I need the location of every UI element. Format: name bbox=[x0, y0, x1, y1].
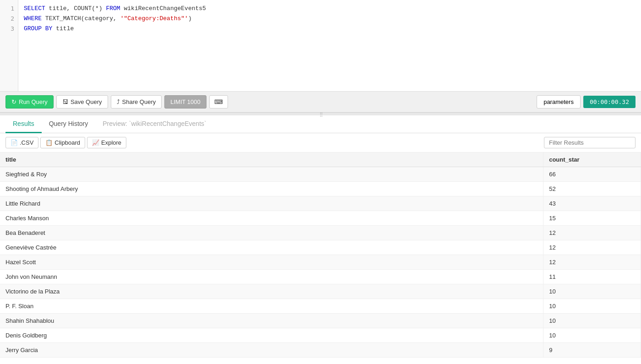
results-toolbar: 📄 .CSV 📋 Clipboard 📈 Explore bbox=[0, 133, 641, 152]
cell-count-star: 10 bbox=[543, 314, 641, 328]
cell-count-star: 66 bbox=[543, 167, 641, 182]
parameters-label: parameters bbox=[543, 98, 574, 105]
clipboard-button[interactable]: 📋 Clipboard bbox=[40, 137, 85, 148]
run-query-label: Run Query bbox=[19, 98, 48, 105]
share-query-label: Share Query bbox=[122, 98, 156, 105]
cell-title: Victorino de la Plaza bbox=[0, 284, 543, 299]
timer-value: 00:00:00.32 bbox=[590, 98, 629, 105]
table-row: Shooting of Ahmaud Arbery52 bbox=[0, 182, 641, 196]
cell-count-star: 12 bbox=[543, 240, 641, 255]
table-row: Geneviève Castrée12 bbox=[0, 240, 641, 255]
table-row: Shahin Shahablou10 bbox=[0, 314, 641, 328]
code-line-1: SELECT title, COUNT(*) FROM wikiRecentCh… bbox=[24, 4, 636, 14]
cell-count-star: 15 bbox=[543, 211, 641, 226]
cell-title: P. F. Sloan bbox=[0, 299, 543, 314]
keyboard-button[interactable]: ⌨ bbox=[209, 95, 228, 109]
cell-count-star: 52 bbox=[543, 182, 641, 196]
cell-title: Geneviève Castrée bbox=[0, 240, 543, 255]
column-header-title: title bbox=[0, 152, 543, 167]
tab-preview[interactable]: Preview: `wikiRecentChangeEvents` bbox=[95, 115, 213, 133]
code-line-2: WHERE TEXT_MATCH(category, '"Category:De… bbox=[24, 14, 636, 24]
tab-results[interactable]: Results bbox=[5, 115, 42, 133]
keyboard-icon: ⌨ bbox=[214, 98, 223, 105]
save-query-button[interactable]: 🖫 Save Query bbox=[56, 95, 108, 109]
save-query-label: Save Query bbox=[71, 98, 102, 105]
cell-count-star: 11 bbox=[543, 270, 641, 284]
cell-title: Shahin Shahablou bbox=[0, 314, 543, 328]
filter-results-input[interactable] bbox=[544, 137, 636, 148]
run-query-button[interactable]: ↻ Run Query bbox=[5, 95, 54, 109]
code-editor[interactable]: SELECT title, COUNT(*) FROM wikiRecentCh… bbox=[18, 0, 641, 91]
line-num-1: 1 bbox=[0, 4, 18, 14]
line-num-2: 2 bbox=[0, 14, 18, 24]
cell-title: Bea Benaderet bbox=[0, 226, 543, 240]
tab-query-history[interactable]: Query History bbox=[42, 115, 96, 133]
explore-button[interactable]: 📈 Explore bbox=[87, 137, 126, 148]
query-toolbar: ↻ Run Query 🖫 Save Query ⤴ Share Query L… bbox=[0, 92, 641, 113]
table-row: Jerry Garcia9 bbox=[0, 343, 641, 358]
parameters-button[interactable]: parameters bbox=[537, 95, 581, 109]
cell-count-star: 43 bbox=[543, 196, 641, 211]
cell-title: Denis Goldberg bbox=[0, 328, 543, 343]
line-num-3: 3 bbox=[0, 24, 18, 34]
cell-count-star: 10 bbox=[543, 299, 641, 314]
table-body: Siegfried & Roy66Shooting of Ahmaud Arbe… bbox=[0, 167, 641, 358]
cell-count-star: 12 bbox=[543, 226, 641, 240]
table-row: John von Neumann11 bbox=[0, 270, 641, 284]
editor-container: 1 2 3 SELECT title, COUNT(*) FROM wikiRe… bbox=[0, 0, 641, 92]
clipboard-label: Clipboard bbox=[54, 139, 80, 146]
cell-title: Siegfried & Roy bbox=[0, 167, 543, 182]
limit-button[interactable]: LIMIT 1000 bbox=[164, 95, 206, 109]
cell-title: Little Richard bbox=[0, 196, 543, 211]
save-icon: 🖫 bbox=[62, 98, 68, 105]
cell-title: Charles Manson bbox=[0, 211, 543, 226]
share-query-button[interactable]: ⤴ Share Query bbox=[111, 95, 162, 109]
table-row: Bea Benaderet12 bbox=[0, 226, 641, 240]
line-numbers: 1 2 3 bbox=[0, 0, 18, 91]
clipboard-icon: 📋 bbox=[45, 139, 53, 146]
cell-title: Shooting of Ahmaud Arbery bbox=[0, 182, 543, 196]
column-header-count-star: count_star bbox=[543, 152, 641, 167]
tabs-bar: Results Query History Preview: `wikiRece… bbox=[0, 115, 641, 133]
table-row: P. F. Sloan10 bbox=[0, 299, 641, 314]
csv-icon: 📄 bbox=[11, 139, 18, 146]
code-line-3: GROUP BY title bbox=[24, 24, 636, 34]
results-table: title count_star Siegfried & Roy66Shooti… bbox=[0, 152, 641, 358]
cell-count-star: 12 bbox=[543, 255, 641, 270]
limit-label: LIMIT 1000 bbox=[170, 98, 201, 105]
results-table-container: title count_star Siegfried & Roy66Shooti… bbox=[0, 152, 641, 358]
table-row: Hazel Scott12 bbox=[0, 255, 641, 270]
table-header-row: title count_star bbox=[0, 152, 641, 167]
table-row: Denis Goldberg10 bbox=[0, 328, 641, 343]
table-row: Charles Manson15 bbox=[0, 211, 641, 226]
cell-title: Jerry Garcia bbox=[0, 343, 543, 358]
explore-icon: 📈 bbox=[92, 139, 99, 146]
share-icon: ⤴ bbox=[117, 98, 120, 105]
csv-button[interactable]: 📄 .CSV bbox=[5, 137, 38, 148]
table-row: Little Richard43 bbox=[0, 196, 641, 211]
query-timer: 00:00:00.32 bbox=[583, 96, 636, 108]
refresh-icon: ↻ bbox=[11, 98, 16, 105]
cell-count-star: 10 bbox=[543, 284, 641, 299]
table-row: Victorino de la Plaza10 bbox=[0, 284, 641, 299]
cell-title: John von Neumann bbox=[0, 270, 543, 284]
explore-label: Explore bbox=[101, 139, 121, 146]
cell-title: Hazel Scott bbox=[0, 255, 543, 270]
csv-label: .CSV bbox=[20, 139, 33, 146]
table-row: Siegfried & Roy66 bbox=[0, 167, 641, 182]
cell-count-star: 9 bbox=[543, 343, 641, 358]
cell-count-star: 10 bbox=[543, 328, 641, 343]
